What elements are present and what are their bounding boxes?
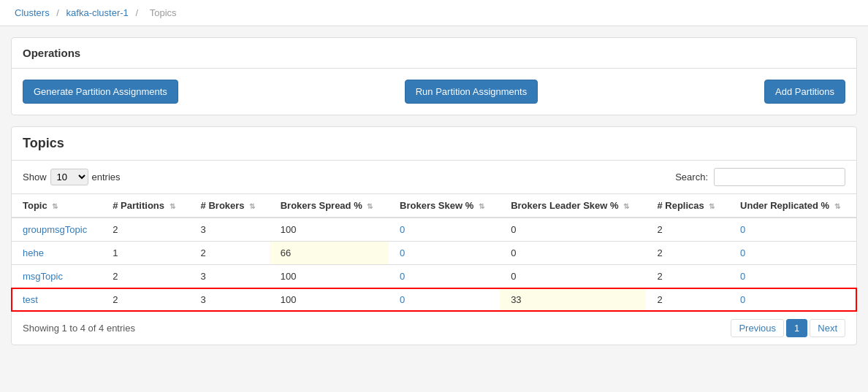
cell-replicas: 2 xyxy=(646,265,729,288)
col-brokers-skew: Brokers Skew % ⇅ xyxy=(389,194,500,218)
cell-topic: hehe xyxy=(12,242,102,265)
cell-brokers-skew: 0 xyxy=(389,242,500,265)
table-header-row: Topic ⇅ # Partitions ⇅ # Brokers ⇅ Broke… xyxy=(12,194,856,218)
cell-topic: groupmsgTopic xyxy=(12,218,102,242)
sort-brokers-icon[interactable]: ⇅ xyxy=(249,202,255,210)
sort-under-replicated-icon[interactable]: ⇅ xyxy=(834,202,840,210)
search-label: Search: xyxy=(675,172,708,182)
cell-topic: msgTopic xyxy=(12,265,102,288)
operations-body: Generate Partition Assignments Run Parti… xyxy=(12,69,856,115)
cell-brokers-skew: 0 xyxy=(389,218,500,242)
col-brokers: # Brokers ⇅ xyxy=(190,194,270,218)
col-replicas: # Replicas ⇅ xyxy=(646,194,729,218)
cell-brokers: 2 xyxy=(190,242,270,265)
cell-under-replicated: 0 xyxy=(729,265,856,288)
generate-partition-button[interactable]: Generate Partition Assignments xyxy=(23,80,178,104)
breadcrumb-sep1: / xyxy=(56,7,59,18)
cell-brokers-spread: 100 xyxy=(270,218,389,242)
cell-under-replicated: 0 xyxy=(729,218,856,242)
ops-right: Add Partitions xyxy=(764,80,845,104)
cell-brokers-leader-skew: 0 xyxy=(500,265,646,288)
topic-link[interactable]: test xyxy=(23,294,38,305)
operations-card: Operations Generate Partition Assignment… xyxy=(11,37,857,115)
sort-topic-icon[interactable]: ⇅ xyxy=(52,202,58,210)
cell-replicas: 2 xyxy=(646,218,729,242)
pagination: Showing 1 to 4 of 4 entries Previous 1 N… xyxy=(12,311,856,345)
col-brokers-spread: Brokers Spread % ⇅ xyxy=(270,194,389,218)
pagination-info: Showing 1 to 4 of 4 entries xyxy=(23,323,135,334)
cell-under-replicated: 0 xyxy=(729,242,856,265)
sort-leader-skew-icon[interactable]: ⇅ xyxy=(623,202,629,210)
entries-select[interactable]: 10 25 50 100 xyxy=(50,169,88,185)
cell-brokers-skew: 0 xyxy=(389,288,500,312)
topics-title: Topics xyxy=(12,127,856,161)
cell-replicas: 2 xyxy=(646,288,729,312)
previous-page-button[interactable]: Previous xyxy=(731,319,784,337)
show-entries-control: Show 10 25 50 100 entries xyxy=(23,169,121,185)
next-page-button[interactable]: Next xyxy=(810,319,845,337)
cell-brokers-spread: 100 xyxy=(270,288,389,312)
pagination-buttons: Previous 1 Next xyxy=(731,319,845,337)
topic-link[interactable]: hehe xyxy=(23,247,44,258)
table-row: hehe12660020 xyxy=(12,242,856,265)
topics-card: Topics Show 10 25 50 100 entries Search:… xyxy=(11,126,857,345)
topics-controls: Show 10 25 50 100 entries Search: xyxy=(12,161,856,193)
col-topic: Topic ⇅ xyxy=(12,194,102,218)
run-partition-button[interactable]: Run Partition Assignments xyxy=(405,80,538,104)
cell-brokers-spread: 100 xyxy=(270,265,389,288)
breadcrumb-clusters-link[interactable]: Clusters xyxy=(15,7,50,18)
breadcrumb-current: Topics xyxy=(150,7,177,18)
cell-partitions: 2 xyxy=(102,265,189,288)
breadcrumb-sep2: / xyxy=(135,7,138,18)
breadcrumb-cluster-link[interactable]: kafka-cluster-1 xyxy=(66,7,129,18)
ops-spacer: Run Partition Assignments xyxy=(186,80,757,104)
sort-skew-icon[interactable]: ⇅ xyxy=(479,202,484,210)
add-partitions-button[interactable]: Add Partitions xyxy=(764,80,845,104)
cell-brokers-leader-skew: 0 xyxy=(500,242,646,265)
topics-table: Topic ⇅ # Partitions ⇅ # Brokers ⇅ Broke… xyxy=(12,193,856,311)
table-row: msgTopic231000020 xyxy=(12,265,856,288)
topic-link[interactable]: msgTopic xyxy=(23,271,63,282)
cell-under-replicated: 0 xyxy=(729,288,856,312)
cell-partitions: 2 xyxy=(102,288,189,312)
page-1-button[interactable]: 1 xyxy=(786,319,807,337)
sort-replicas-icon[interactable]: ⇅ xyxy=(709,202,715,210)
table-row: test2310003320 xyxy=(12,288,856,312)
col-leader-skew: Brokers Leader Skew % ⇅ xyxy=(500,194,646,218)
cell-brokers-skew: 0 xyxy=(389,265,500,288)
sort-spread-icon[interactable]: ⇅ xyxy=(367,202,373,210)
cell-replicas: 2 xyxy=(646,242,729,265)
sort-partitions-icon[interactable]: ⇅ xyxy=(170,202,175,210)
operations-title: Operations xyxy=(12,38,856,69)
table-row: groupmsgTopic231000020 xyxy=(12,218,856,242)
search-input[interactable] xyxy=(714,168,845,186)
cell-partitions: 2 xyxy=(102,218,189,242)
topic-link[interactable]: groupmsgTopic xyxy=(23,224,87,235)
cell-brokers: 3 xyxy=(190,265,270,288)
cell-brokers: 3 xyxy=(190,218,270,242)
cell-topic: test xyxy=(12,288,102,312)
cell-brokers-spread: 66 xyxy=(270,242,389,265)
cell-brokers: 3 xyxy=(190,288,270,312)
entries-label: entries xyxy=(92,172,121,182)
breadcrumb: Clusters / kafka-cluster-1 / Topics xyxy=(0,0,868,26)
cell-brokers-leader-skew: 33 xyxy=(500,288,646,312)
col-under-replicated: Under Replicated % ⇅ xyxy=(729,194,856,218)
cell-brokers-leader-skew: 0 xyxy=(500,218,646,242)
search-box: Search: xyxy=(675,168,845,186)
cell-partitions: 1 xyxy=(102,242,189,265)
show-label: Show xyxy=(23,172,47,182)
col-partitions: # Partitions ⇅ xyxy=(102,194,189,218)
